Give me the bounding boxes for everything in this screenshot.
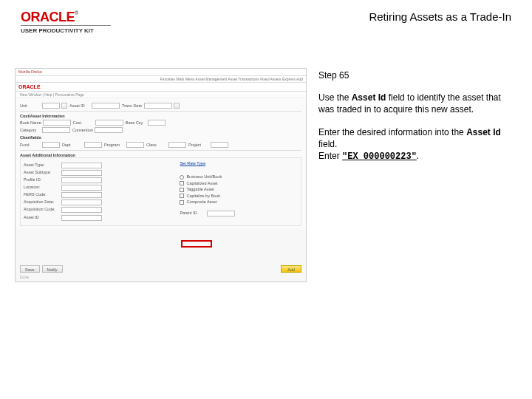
page-title: Retiring Assets as a Trade-In: [369, 10, 511, 23]
screenshot-column: Mozilla Firefox Favorites Main Menu Asse…: [15, 68, 307, 282]
brand-text: ORACLE: [21, 10, 75, 24]
label-cost: Cost: [73, 120, 94, 125]
input-cat[interactable]: [42, 127, 70, 133]
tab-chartfields[interactable]: Chartfields: [20, 135, 41, 140]
label-cat: Category: [20, 128, 41, 132]
input-unit[interactable]: [42, 103, 60, 109]
label-program: Program: [104, 143, 125, 147]
label-project: Project: [188, 143, 209, 147]
instruction-2: Enter the desired information into the A…: [318, 126, 510, 163]
form-content: Unit Asset ID Trans Date Cost/Asset Info…: [16, 98, 306, 229]
calendar-icon[interactable]: [174, 103, 180, 109]
input-asset-type[interactable]: [61, 163, 102, 168]
add-button[interactable]: Add: [281, 265, 301, 273]
brand-subtitle: USER PRODUCTIVITY KIT: [21, 25, 111, 34]
page-header: ORACLE® USER PRODUCTIVITY KIT Retiring A…: [0, 0, 532, 38]
label-profile: Profile ID:: [24, 177, 59, 183]
footer-buttons: Save Notify: [20, 265, 63, 273]
input-project[interactable]: [211, 142, 228, 148]
label-acq-code: Acquisition Code:: [24, 207, 59, 213]
step-label: Step 65: [318, 69, 510, 81]
portal-header: ORACLE: [16, 83, 306, 92]
browser-window-chrome: Mozilla Firefox: [16, 69, 306, 76]
label-dept: Dept: [62, 143, 83, 147]
label-acq-date: Acquisition Date:: [24, 200, 59, 205]
label-class: Class: [146, 143, 167, 147]
highlight-asset-id-field: [181, 240, 212, 248]
label-opt1: Business Unit/Book: [186, 174, 222, 179]
label-trans: Trans Date: [122, 103, 143, 108]
brand-logo: ORACLE® USER PRODUCTIVITY KIT: [21, 10, 111, 34]
label-asset-id: Asset ID: [69, 103, 90, 108]
label-opt4: Capitalize by Book: [186, 194, 220, 198]
input-asset-id[interactable]: [92, 103, 120, 109]
input-asset-subtype[interactable]: [61, 170, 102, 176]
input-asset-id-tradein[interactable]: [61, 215, 102, 221]
save-button[interactable]: Save: [20, 265, 40, 273]
brand-name: ORACLE®: [21, 10, 78, 24]
label-fers: FERS Code:: [24, 192, 59, 198]
check-capitalized[interactable]: [180, 181, 184, 185]
input-program[interactable]: [126, 142, 144, 148]
label-asset-id-tradein: Asset ID: [24, 215, 59, 221]
label-book: Book Name: [20, 120, 41, 125]
check-taggable[interactable]: [180, 188, 184, 192]
label-location: Location:: [24, 185, 59, 191]
tab-strip: Chartfields: [20, 135, 301, 140]
page-actions-bar: New Window | Help | Personalize Page: [16, 92, 306, 98]
input-fund[interactable]: [42, 142, 60, 148]
enter-value: "EX_000000223": [342, 151, 417, 162]
input-cost[interactable]: [95, 120, 123, 126]
input-profile[interactable]: [61, 177, 102, 183]
label-opt5: Composite Asset: [186, 200, 216, 204]
section-cost-asset: Cost/Asset Information: [20, 114, 301, 118]
input-fers[interactable]: [61, 192, 102, 198]
label-opt2: Capitalized Asset: [186, 181, 217, 185]
label-asset-subtype: Asset Subtype:: [24, 170, 59, 176]
input-location[interactable]: [61, 185, 102, 191]
lookup-icon[interactable]: [61, 103, 67, 109]
label-conv: Convention: [72, 128, 93, 132]
input-ccy[interactable]: [148, 120, 166, 126]
input-acq-date[interactable]: [61, 200, 102, 205]
app-screenshot: Mozilla Firefox Favorites Main Menu Asse…: [15, 68, 307, 282]
input-parent-id[interactable]: [207, 211, 235, 216]
portal-logo: ORACLE: [18, 84, 41, 89]
label-ccy: Base Ccy: [126, 120, 146, 125]
label-asset-type: Asset Type:: [24, 163, 59, 168]
instruction-1: Use the Asset Id field to identify the a…: [318, 92, 510, 115]
input-dept[interactable]: [84, 142, 102, 148]
app-nav-menu: Favorites Main Menu Asset Management Ass…: [16, 76, 306, 83]
label-parent-id: Parent ID: [180, 211, 205, 216]
instructions-column: Step 65 Use the Asset Id field to identi…: [318, 68, 517, 282]
trademark-icon: ®: [75, 10, 78, 16]
main-layout: Mozilla Firefox Favorites Main Menu Asse…: [0, 38, 532, 282]
notify-button[interactable]: Notify: [42, 265, 63, 273]
radio-biz-unit[interactable]: [180, 175, 184, 180]
input-class[interactable]: [168, 142, 186, 148]
input-acq-code[interactable]: [61, 207, 102, 213]
label-opt3: Taggable Asset: [186, 187, 214, 191]
label-fund: Fund: [20, 143, 41, 147]
check-cap-by-book[interactable]: [180, 194, 184, 198]
input-book[interactable]: [43, 120, 71, 126]
input-trans-date[interactable]: [144, 103, 172, 109]
input-conv[interactable]: [95, 127, 123, 133]
status-bar: Done: [20, 275, 29, 279]
check-composite[interactable]: [180, 200, 184, 205]
label-unit: Unit: [20, 103, 41, 108]
asset-info-panel: Asset Type: Asset Subtype: Profile ID: L…: [20, 157, 301, 226]
